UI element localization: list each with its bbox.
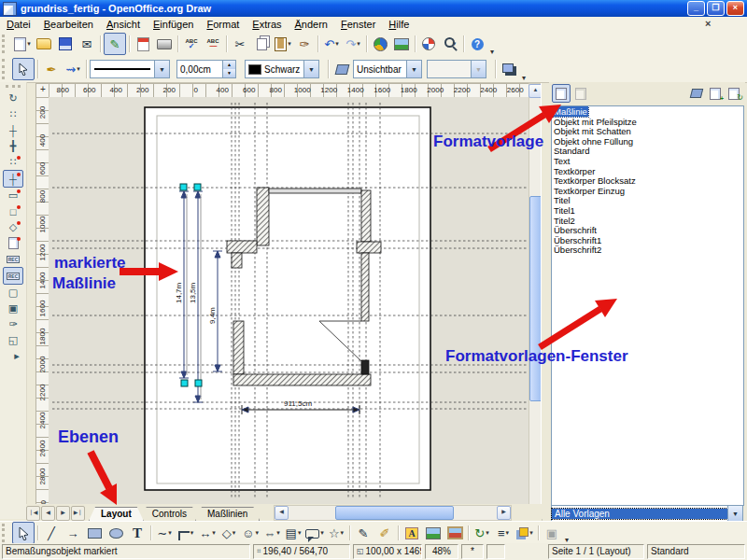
menu-item[interactable]: Fenster	[334, 18, 382, 31]
chevron-down-icon[interactable]: ▼	[303, 61, 318, 77]
update-style-icon[interactable]: ↻	[726, 85, 742, 102]
graphics-styles-icon[interactable]	[552, 84, 571, 103]
redo-button[interactable]: ↷▾	[343, 34, 363, 54]
close-document-icon[interactable]: ×	[705, 18, 711, 31]
helplines-while-moving-icon[interactable]: ╋	[4, 138, 22, 154]
open-button[interactable]	[34, 34, 54, 54]
more-icon[interactable]: ▸	[7, 348, 26, 364]
help-button[interactable]: ?	[467, 34, 487, 54]
new-document-button[interactable]: ▾	[12, 34, 33, 54]
spin-up-icon[interactable]: ▲	[223, 61, 235, 69]
export-pdf-button[interactable]	[133, 34, 153, 54]
fill-style-combo[interactable]: Unsichtbar ▼	[353, 60, 422, 78]
edit-file-button[interactable]: ✎	[104, 33, 126, 55]
rotation-mode-icon[interactable]: ↻	[4, 91, 22, 106]
menu-item[interactable]: Format	[200, 18, 246, 31]
glue-points-button[interactable]: ✐	[374, 523, 395, 543]
last-layer-icon[interactable]: ▶❘	[71, 506, 85, 521]
spin-down-icon[interactable]: ▼	[223, 69, 235, 77]
line-width-spinner[interactable]: 0,00cm ▲▼	[176, 60, 236, 78]
first-layer-icon[interactable]: ❘◀	[26, 506, 40, 521]
menu-item[interactable]: Hilfe	[382, 18, 416, 31]
previous-layer-icon[interactable]: ◀	[41, 506, 55, 521]
auto-spellcheck-button[interactable]: ABC~~	[203, 34, 223, 54]
chevron-down-icon[interactable]: ▼	[727, 506, 742, 521]
snap-to-object-border-icon[interactable]: □	[4, 203, 22, 219]
zoom-level-field[interactable]: 48%	[425, 544, 458, 559]
zoom-button[interactable]: ▾	[440, 34, 460, 54]
line-tool[interactable]: ╱	[41, 523, 62, 543]
ellipse-tool[interactable]	[106, 523, 126, 543]
text-tool[interactable]: T	[127, 523, 148, 543]
scroll-right-icon[interactable]: ▶	[497, 506, 511, 520]
show-snap-lines-icon[interactable]: ┼	[4, 122, 22, 138]
next-layer-icon[interactable]: ▶	[56, 506, 70, 521]
rectangle-tool[interactable]	[84, 523, 105, 543]
presentation-styles-icon[interactable]	[572, 85, 589, 102]
menu-item[interactable]: Ändern	[289, 18, 334, 31]
menu-item[interactable]: Ansicht	[100, 18, 147, 31]
snap-to-page-margins-icon[interactable]: ▭	[4, 188, 22, 203]
form-controls-icon[interactable]: ◱	[4, 332, 22, 348]
paste-button[interactable]: ▾	[273, 34, 293, 54]
fill-style-value[interactable]: Unsichtbar	[354, 64, 406, 75]
style-list-item[interactable]: Überschrift2	[553, 245, 743, 256]
style-list-item[interactable]: Titel	[553, 196, 743, 206]
style-filter-value[interactable]: Alle Vorlagen	[552, 509, 727, 519]
shadow-button[interactable]	[499, 59, 519, 79]
copy-button[interactable]	[251, 34, 272, 54]
large-handles-icon[interactable]: ▣	[4, 301, 22, 316]
horizontal-scrollbar[interactable]: ◀ ▶	[274, 505, 512, 521]
select-tool[interactable]	[12, 522, 35, 544]
line-color-value[interactable]: Schwarz	[261, 64, 303, 75]
snap-to-snap-lines-icon[interactable]: ┼	[3, 170, 23, 188]
snap-to-object-points-icon[interactable]: ◇	[4, 219, 22, 235]
style-list-item[interactable]: Titel1	[553, 206, 743, 217]
arrow-ends-button[interactable]: ⇝▾	[63, 59, 83, 79]
edit-points-button[interactable]: ✎	[353, 523, 374, 543]
save-button[interactable]	[55, 34, 76, 54]
minimize-button[interactable]: _	[687, 1, 705, 16]
menu-item[interactable]: Datei	[0, 18, 37, 31]
lines-and-arrows-tool[interactable]: ↔▾	[197, 523, 218, 543]
print-button[interactable]	[154, 34, 175, 54]
restore-button[interactable]: ❐	[707, 1, 725, 16]
flowchart-tool[interactable]: ▤▾	[283, 523, 303, 543]
fill-bucket-icon[interactable]	[331, 59, 352, 79]
format-paintbrush-button[interactable]: ✑	[294, 34, 315, 54]
toolbar-grip[interactable]	[6, 85, 21, 88]
toolbar-overflow-icon[interactable]: ▾	[490, 48, 494, 56]
fontwork-button[interactable]: A	[402, 523, 422, 543]
select-text-area-icon[interactable]: REC	[4, 251, 22, 267]
style-list-item[interactable]: Textkörper Einzug	[553, 187, 743, 197]
menu-item[interactable]: Extras	[246, 18, 288, 31]
allow-quick-editing-icon[interactable]	[4, 235, 22, 251]
gallery-button[interactable]	[444, 523, 465, 543]
insert-chart-button[interactable]	[370, 34, 390, 54]
show-grid-icon[interactable]: ∷	[4, 106, 22, 122]
scrollbar-thumb[interactable]	[335, 506, 454, 520]
layer-tab[interactable]: Controls	[140, 507, 199, 521]
toolbar-grip[interactable]	[2, 35, 9, 54]
stars-tool[interactable]: ☆▾	[326, 523, 346, 543]
style-list-item[interactable]: Standard	[553, 147, 743, 157]
line-width-value[interactable]: 0,00cm	[177, 64, 222, 75]
layer-tab[interactable]: Layout	[89, 507, 144, 521]
modify-with-attributes-icon[interactable]: ✑	[4, 316, 22, 332]
arrange-button[interactable]: ▾	[514, 523, 535, 543]
cut-button[interactable]: ✂	[230, 34, 250, 54]
style-list-item[interactable]: Text	[553, 157, 743, 167]
connector-tool[interactable]: ▾	[176, 523, 196, 543]
page-style-field[interactable]: Standard	[647, 544, 745, 559]
block-arrows-tool[interactable]: ⇔▾	[261, 523, 282, 543]
chevron-down-icon[interactable]: ▼	[154, 61, 169, 77]
email-button[interactable]: ✉	[77, 34, 97, 54]
style-filter-combo[interactable]: Alle Vorlagen ▼	[551, 505, 743, 522]
line-style-combo[interactable]: ▼	[90, 60, 170, 78]
arrow-tool[interactable]: →	[63, 523, 83, 543]
snap-to-grid-icon[interactable]: ∷	[4, 154, 22, 170]
undo-button[interactable]: ↶▾	[321, 34, 342, 54]
drawing-canvas[interactable]: 14,7m 13,5m 9,4m 911,5cm	[49, 97, 529, 504]
spellcheck-button[interactable]: ABC✓	[181, 34, 202, 54]
from-file-button[interactable]	[423, 523, 444, 543]
